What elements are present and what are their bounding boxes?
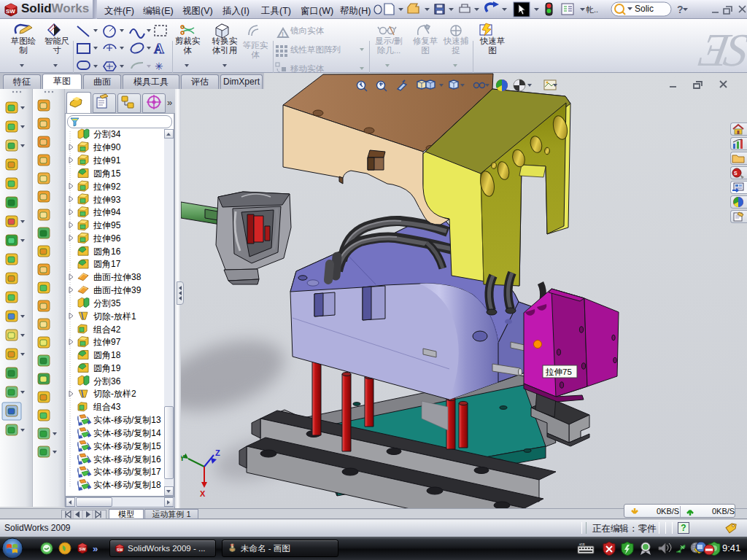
svg-text:»: » [93,543,98,554]
svg-text:Z: Z [215,448,220,457]
svg-text:!: ! [282,31,284,38]
svg-text:?: ? [677,4,684,15]
svg-text:SW: SW [117,548,123,552]
svg-text:㠲..: 㠲.. [586,5,598,14]
svg-text:SW: SW [6,8,15,15]
svg-text:键盘: 键盘 [578,542,585,546]
svg-text:X: X [200,489,206,498]
svg-text:拉伸75: 拉伸75 [545,368,572,376]
svg-text:S: S [734,171,738,176]
svg-text:Solic: Solic [635,4,654,14]
svg-text:SW: SW [80,547,87,551]
svg-text:A: A [154,41,164,56]
svg-text:✳: ✳ [155,61,163,72]
